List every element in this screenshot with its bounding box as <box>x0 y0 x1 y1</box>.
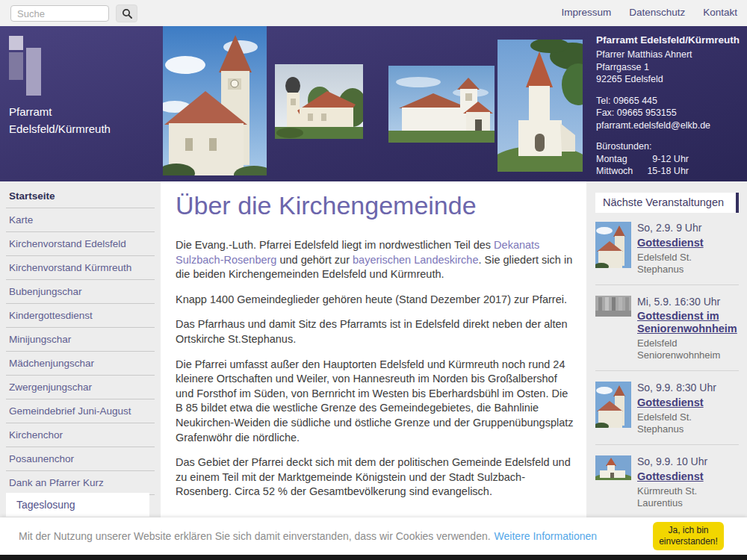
office-hours-row: Montag9-12 Uhr <box>596 153 689 166</box>
site-title: Pfarramt Edelsfeld/Kürmreuth <box>9 103 111 137</box>
body-paragraph: Die Pfarrei umfasst außer den Hauptorten… <box>176 358 575 446</box>
sidebar-item-kindergottesdienst[interactable]: Kindergottesdienst <box>6 304 155 328</box>
sidebar-item-kirchenchor[interactable]: Kirchenchor <box>6 423 155 447</box>
event-datetime: So, 2.9. 9 Uhr <box>637 222 739 234</box>
event-datetime: Mi, 5.9. 16:30 Uhr <box>637 296 739 308</box>
event-link[interactable]: Gottesdienst <box>637 470 704 483</box>
logo-bar-icon <box>26 48 41 96</box>
header-photo-edelsfeld-church <box>163 26 267 175</box>
site-header: Pfarramt Edelsfeld/Kürmreuth <box>0 26 747 181</box>
search-button[interactable] <box>116 4 137 22</box>
top-link-kontakt[interactable]: Kontakt <box>703 7 737 18</box>
sidebar-item-kirchenvorstand-edelsfeld[interactable]: Kirchenvorstand Edelsfeld <box>6 232 155 256</box>
body-paragraph: Das Gebiet der Pfarrei deckt sich mit de… <box>176 455 575 500</box>
event-item: So, 9.9. 10 Uhr Gottesdienst Kürmreuth S… <box>595 455 739 519</box>
contact-title: Pfarramt Edelsfeld/Kürmreuth <box>596 34 744 46</box>
top-link-datenschutz[interactable]: Datenschutz <box>629 7 685 18</box>
contact-name: Pfarrer Matthias Ahnert <box>596 49 744 61</box>
sidebar-item-maedchenjungschar[interactable]: Mädchenjungschar <box>6 352 155 376</box>
top-link-impressum[interactable]: Impressum <box>561 7 611 18</box>
bottom-strip <box>0 555 747 560</box>
contact-fax: Fax: 09665 953155 <box>596 107 744 119</box>
event-location: Edelsfeld St. Stephanus <box>637 252 739 276</box>
sidebar-item-posaunenchor[interactable]: Posaunenchor <box>6 447 155 471</box>
event-item: Mi, 5.9. 16:30 Uhr Gottesdienst im Senio… <box>595 296 739 371</box>
event-location: Edelsfeld St. Stephanus <box>637 411 739 435</box>
search-input[interactable] <box>10 5 109 22</box>
page: Impressum Datenschutz Kontakt Pfarramt E… <box>0 0 747 560</box>
body-paragraph: Die Evang.-Luth. Pfarrei Edelsfeld liegt… <box>176 238 575 282</box>
top-links: Impressum Datenschutz Kontakt <box>561 7 737 18</box>
sidebar-item-zwergenjungschar[interactable]: Zwergenjungschar <box>6 376 155 399</box>
header-contact-block: Pfarramt Edelsfeld/Kürmreuth Pfarrer Mat… <box>596 34 744 178</box>
cookie-accept-button[interactable]: Ja, ich bin einverstanden! <box>653 522 724 550</box>
contact-email: pfarramt.edelsfeld@elkb.de <box>596 119 744 132</box>
event-link[interactable]: Gottesdienst <box>637 396 704 409</box>
sidebar-widget-tageslosung: Tageslosung <box>6 493 149 517</box>
link-bayerische-landeskirche[interactable]: bayerischen Landeskirche <box>353 254 478 266</box>
sidebar-nav: Startseite Karte Kirchenvorstand Edelsfe… <box>0 184 161 495</box>
header-photo-kuermreuth-chapel <box>498 40 583 172</box>
sidebar-item-karte[interactable]: Karte <box>6 208 155 232</box>
cookie-message: Mit der Nutzung unserer Website erklären… <box>19 530 491 542</box>
event-datetime: So, 9.9. 10 Uhr <box>637 455 739 467</box>
logo-square-icon <box>9 36 23 50</box>
events-sidebar: Nächste Veranstaltungen So, 2.9. 9 Uhr G… <box>595 193 739 529</box>
event-location: Edelsfeld Seniorenwohnheim <box>637 337 739 361</box>
event-thumbnail-church <box>595 382 631 435</box>
sidebar-item-startseite[interactable]: Startseite <box>6 184 155 208</box>
paragraph-text: und gehört zur <box>276 254 353 266</box>
cookie-more-info-link[interactable]: Weitere Informationen <box>495 530 597 542</box>
header-photo-white-church <box>388 66 495 143</box>
top-bar: Impressum Datenschutz Kontakt <box>0 0 747 26</box>
event-location: Kürmreuth St. Laurentius <box>637 485 739 509</box>
contact-street: Pfarrgasse 1 <box>596 61 744 74</box>
sidebar-item-minijungschar[interactable]: Minijungschar <box>6 328 155 352</box>
event-link[interactable]: Gottesdienst im Seniorenwohnheim <box>637 310 739 335</box>
event-thumbnail-kuermreuth <box>595 455 631 509</box>
event-link[interactable]: Gottesdienst <box>637 237 704 249</box>
sidebar-item-gemeindebrief[interactable]: Gemeindebrief Juni-August <box>6 399 155 423</box>
body-paragraph: Das Pfarrhaus und damit Sitz des Pfarram… <box>176 317 575 346</box>
logo-bar-icon <box>9 52 23 80</box>
sidebar-item-kirchenvorstand-kuermreuth[interactable]: Kirchenvorstand Kürmreuth <box>6 256 155 280</box>
event-thumbnail-seniorenwohnheim <box>595 296 631 361</box>
event-datetime: So, 9.9. 8:30 Uhr <box>637 382 739 393</box>
sidebar-item-dank-pfarrer-kurz[interactable]: Dank an Pfarrer Kurz <box>6 471 155 495</box>
search-icon <box>122 8 132 19</box>
header-photo-onion-dome-church <box>275 64 363 139</box>
cookie-banner: Mit der Nutzung unserer Website erklären… <box>0 517 747 555</box>
office-hours-label: Bürostunden: <box>596 140 744 153</box>
sidebar-item-bubenjungschar[interactable]: Bubenjungschar <box>6 280 155 304</box>
paragraph-text: Die Evang.-Luth. Pfarrei Edelsfeld liegt… <box>176 239 494 251</box>
office-hours-row: Mittwoch15-18 Uhr <box>596 165 689 178</box>
event-item: So, 9.9. 8:30 Uhr Gottesdienst Edelsfeld… <box>595 382 739 445</box>
event-thumbnail-church <box>595 222 631 276</box>
page-title: Über die Kirchengemeinde <box>176 191 575 220</box>
events-title: Nächste Veranstaltungen <box>595 193 739 213</box>
body-paragraph: Knapp 1400 Gemeindeglieder gehören heute… <box>176 293 575 308</box>
event-item: So, 2.9. 9 Uhr Gottesdienst Edelsfeld St… <box>595 222 739 285</box>
main-content: Über die Kirchengemeinde Die Evang.-Luth… <box>176 188 575 510</box>
contact-tel: Tel: 09665 445 <box>596 95 744 108</box>
contact-city: 92265 Edelsfeld <box>596 73 744 86</box>
